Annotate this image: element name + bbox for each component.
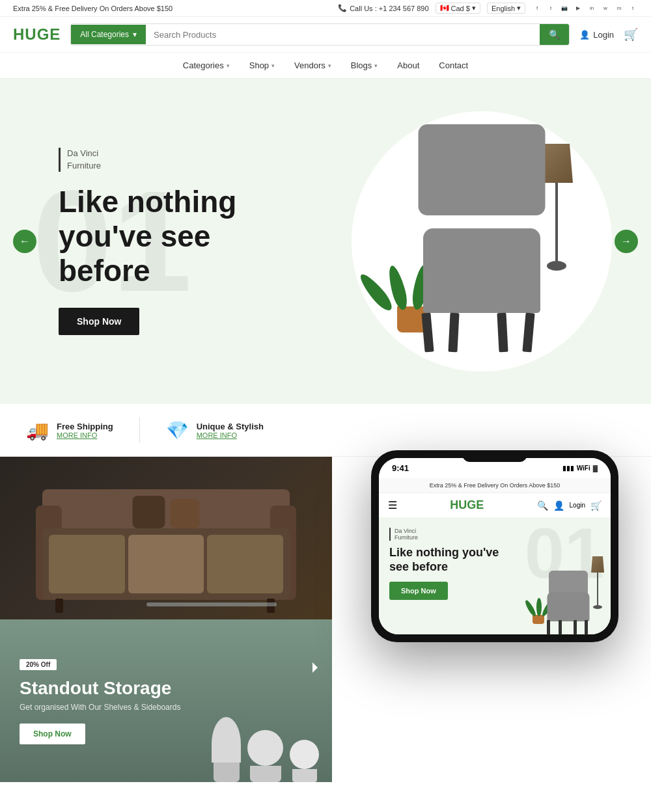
feature-stylish-text: Unique & Stylish MORE INFO [197, 422, 264, 439]
lamp-base [547, 261, 566, 271]
phone-shop-button[interactable]: Shop Now [389, 582, 448, 600]
sofa-cushion-1 [49, 535, 125, 593]
feature-divider [139, 417, 140, 443]
sofa-leg-1 [55, 599, 63, 613]
phone-search-icon[interactable]: 🔍 [537, 500, 548, 511]
pillow-1 [133, 496, 165, 528]
phone-hero: 01 Da VinciFurniture Like nothing you've… [379, 517, 611, 634]
plant-small-top [290, 740, 319, 769]
lamp-decoration [540, 144, 573, 271]
content-area: 20% Off Standout Storage Get organised W… [0, 457, 651, 812]
nav-item-shop[interactable]: Shop ▾ [249, 53, 275, 78]
phone-menu-icon[interactable]: ☰ [388, 499, 397, 511]
sofa-body [42, 528, 290, 600]
nav-shop-label: Shop [249, 61, 269, 70]
mini-leg-1 [547, 620, 550, 634]
lamp-shade [540, 144, 573, 183]
nav-item-blogs[interactable]: Blogs ▾ [351, 53, 378, 78]
shop-caret-icon: ▾ [271, 62, 275, 69]
hero-next-button[interactable]: → [615, 230, 638, 253]
phone-logo: HUGE [450, 498, 484, 512]
hero-chair-illustration [378, 131, 586, 352]
mini-chair [533, 556, 604, 634]
feature-unique-stylish: 💎 Unique & Stylish MORE INFO [166, 420, 264, 441]
telegram-icon[interactable]: t [628, 3, 638, 14]
mini-leg-4 [585, 620, 588, 634]
storage-shop-button[interactable]: Shop Now [20, 724, 85, 744]
categories-caret-icon: ▾ [227, 62, 230, 69]
mini-chair-body [547, 592, 590, 621]
search-bar: All Categories ▾ 🔍 [70, 23, 570, 46]
main-nav: Categories ▾ Shop ▾ Vendors ▾ Blogs ▾ Ab… [0, 53, 651, 79]
phone-user-icon[interactable]: 👤 [553, 500, 564, 511]
pillow-2 [171, 499, 200, 528]
search-button[interactable]: 🔍 [540, 24, 569, 45]
nav-item-contact[interactable]: Contact [439, 53, 468, 78]
plant-tall-pot [214, 763, 240, 782]
cart-icon[interactable]: 🛒 [624, 27, 638, 42]
nav-blogs-label: Blogs [351, 61, 372, 70]
nav-item-about[interactable]: About [397, 53, 419, 78]
storage-plants [212, 717, 319, 782]
phone-number: Call Us : +1 234 567 890 [350, 5, 428, 12]
sofa-panel [0, 457, 332, 619]
instagram-icon[interactable]: 📷 [559, 3, 570, 14]
sofa-pillows [133, 496, 200, 528]
blogs-caret-icon: ▾ [374, 62, 378, 69]
feature-stylish-link[interactable]: MORE INFO [197, 431, 264, 439]
linkedin-icon[interactable]: in [587, 3, 597, 14]
phone-status-bar: 9:41 ▮▮▮ WiFi ▓ [379, 458, 611, 478]
chair-seat [423, 228, 540, 313]
hero-brand-name: Da VinciFurniture [67, 148, 293, 171]
lamp-pole [555, 183, 558, 261]
twitter-icon[interactable]: t [546, 3, 556, 14]
mini-lamp-base [593, 605, 602, 609]
plant-medium [247, 730, 283, 782]
hero-shop-button[interactable]: Shop Now [59, 308, 139, 335]
phone-cart-icon[interactable]: 🛒 [590, 500, 602, 511]
wifi-icon: WiFi [577, 465, 590, 472]
nav-item-vendors[interactable]: Vendors ▾ [294, 53, 331, 78]
facebook-icon[interactable]: f [532, 3, 542, 14]
search-icon: 🔍 [549, 29, 560, 40]
phone-icon: 📞 [338, 4, 347, 12]
hero-prev-button[interactable]: ← [13, 230, 36, 253]
discount-badge: 20% Off [20, 659, 57, 670]
battery-icon: ▓ [593, 465, 598, 472]
nav-about-label: About [397, 61, 419, 70]
whatsapp-icon[interactable]: w [600, 3, 611, 14]
hero-title: Like nothingyou've see before [59, 185, 293, 288]
feature-shipping-title: Free Shipping [57, 422, 113, 431]
promo-text: Extra 25% & Free Delivery On Orders Abov… [13, 5, 173, 12]
storage-description: Get organised With Our Shelves & Sideboa… [20, 703, 312, 712]
chair-leg-3 [497, 313, 508, 353]
chair-leg-4 [522, 313, 534, 353]
phone-mockup: 9:41 ▮▮▮ WiFi ▓ Extra 25% & Free Deliver… [371, 450, 618, 642]
phone-time: 9:41 [392, 463, 409, 473]
sofa-cushion-2 [128, 535, 204, 593]
chair-leg-1 [421, 313, 434, 353]
feature-free-shipping: 🚚 Free Shipping MORE INFO [26, 420, 113, 441]
feature-shipping-link[interactable]: MORE INFO [57, 431, 113, 439]
currency-selector[interactable]: 🇨🇦 Cad $ ▾ [436, 3, 480, 14]
youtube-icon[interactable]: ▶ [573, 3, 583, 14]
mini-lamp [591, 556, 604, 609]
user-icon: 👤 [579, 30, 590, 40]
sofa-illustration [0, 457, 332, 619]
login-button[interactable]: 👤 Login [579, 30, 614, 40]
top-bar: Extra 25% & Free Delivery On Orders Abov… [0, 0, 651, 17]
messenger-icon[interactable]: m [614, 3, 624, 14]
site-logo[interactable]: HUGE [13, 25, 61, 44]
nav-vendors-label: Vendors [294, 61, 326, 70]
hero-brand: Da VinciFurniture [59, 148, 293, 171]
phone-info: 📞 Call Us : +1 234 567 890 [338, 4, 428, 12]
header-actions: 👤 Login 🛒 [579, 27, 638, 42]
nav-item-categories[interactable]: Categories ▾ [183, 53, 230, 78]
search-category-dropdown[interactable]: All Categories ▾ [71, 25, 146, 44]
phone-promo-bar: Extra 25% & Free Delivery On Orders Abov… [379, 478, 611, 493]
phone-notch [462, 458, 527, 462]
language-selector[interactable]: English ▾ [487, 3, 525, 14]
shipping-icon: 🚚 [26, 420, 49, 441]
storage-title: Standout Storage [20, 678, 312, 699]
search-input[interactable] [146, 25, 540, 45]
